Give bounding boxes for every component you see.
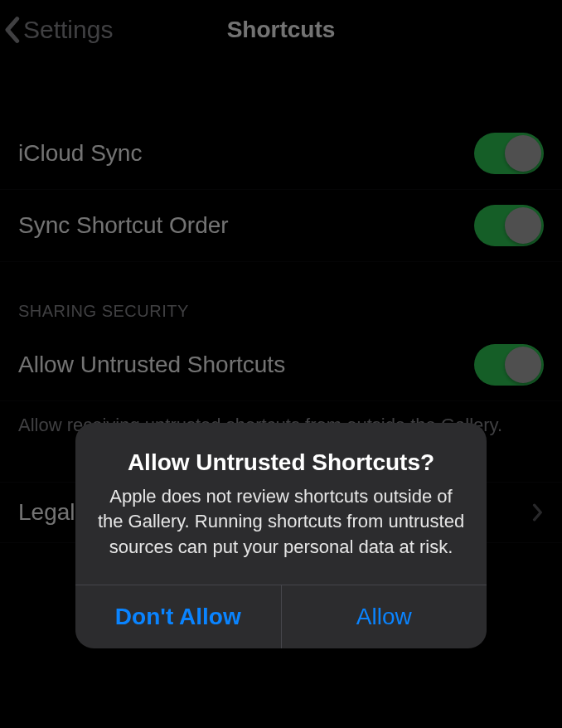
toggle-knob (505, 207, 541, 244)
setting-row-sync-order: Sync Shortcut Order (0, 190, 562, 262)
allow-untrusted-toggle[interactable] (474, 344, 544, 386)
alert-confirm-button[interactable]: Allow (282, 585, 487, 648)
alert-buttons: Don't Allow Allow (75, 585, 487, 648)
setting-row-allow-untrusted: Allow Untrusted Shortcuts (0, 329, 562, 401)
allow-untrusted-label: Allow Untrusted Shortcuts (18, 352, 285, 378)
setting-row-icloud-sync: iCloud Sync (0, 118, 562, 190)
nav-header: Settings Shortcuts (0, 0, 562, 60)
alert-title: Allow Untrusted Shortcuts? (97, 449, 465, 476)
toggle-knob (505, 135, 541, 172)
toggle-knob (505, 347, 541, 383)
alert-cancel-button[interactable]: Don't Allow (75, 585, 282, 648)
alert-message: Apple does not review shortcuts outside … (97, 484, 465, 560)
back-label: Settings (23, 16, 113, 44)
sharing-security-header: SHARING SECURITY (0, 262, 562, 329)
sync-order-label: Sync Shortcut Order (18, 212, 229, 239)
alert-body: Allow Untrusted Shortcuts? Apple does no… (75, 423, 487, 585)
alert-dialog: Allow Untrusted Shortcuts? Apple does no… (75, 423, 487, 648)
icloud-sync-toggle[interactable] (474, 133, 544, 174)
chevron-right-icon (532, 503, 544, 522)
icloud-sync-label: iCloud Sync (18, 140, 142, 167)
sync-order-toggle[interactable] (474, 205, 544, 246)
page-title: Shortcuts (227, 17, 336, 43)
chevron-left-icon (3, 16, 20, 44)
back-button[interactable]: Settings (3, 16, 113, 44)
